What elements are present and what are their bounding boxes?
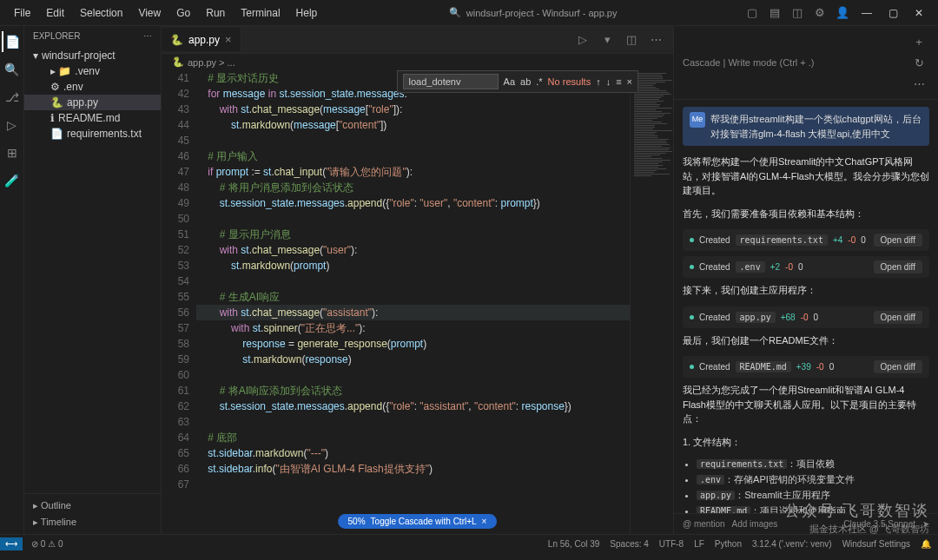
explorer-title: Explorer	[33, 31, 80, 41]
outline-section[interactable]: ▸ Outline	[24, 497, 161, 514]
toggle-cascade-pill[interactable]: 50% Toggle Cascade with Ctrl+L ×	[338, 514, 498, 529]
language[interactable]: Python	[715, 539, 742, 549]
more-actions-icon[interactable]: ⋯	[645, 30, 666, 50]
python-version[interactable]: 3.12.4 ('.venv': venv)	[752, 539, 832, 549]
menu-selection[interactable]: Selection	[73, 3, 129, 23]
close-find-icon[interactable]: ×	[627, 74, 632, 89]
timeline-section[interactable]: ▸ Timeline	[24, 514, 161, 530]
diff-row: Created README.md +39 -0 0Open diff	[683, 356, 929, 378]
more-icon[interactable]: ⋯	[143, 31, 152, 41]
remote-indicator[interactable]: ⟷	[0, 537, 23, 550]
find-bar: Aa ab .* No results ↑ ↓ ≡ ×	[397, 70, 638, 93]
problems-indicator[interactable]: ⊘ 0 ⚠ 0	[31, 539, 63, 549]
open-diff-button[interactable]: Open diff	[874, 360, 922, 373]
windsurf-settings[interactable]: Windsurf Settings	[842, 539, 910, 549]
file-env[interactable]: ⚙ .env	[24, 79, 161, 95]
menu-edit[interactable]: Edit	[39, 3, 71, 23]
search-act-icon[interactable]: 🔍	[2, 59, 23, 80]
diff-row: Created app.py +68 -0 0Open diff	[683, 306, 929, 328]
source-control-icon[interactable]: ⎇	[2, 87, 23, 108]
cascade-panel: Cascade | Write mode (Ctrl + .) +↻⋯ Me 帮…	[673, 26, 938, 534]
minimize-button[interactable]: —	[855, 3, 879, 23]
ai-step2: 接下来，我们创建主应用程序：	[683, 283, 929, 298]
next-match-icon[interactable]: ↓	[606, 74, 611, 89]
watermark: 公众号 飞哥数智谈 掘金技术社区 @ 飞哥数智坊	[784, 500, 929, 536]
ai-step1: 首先，我们需要准备项目依赖和基本结构：	[683, 207, 929, 221]
find-input[interactable]	[403, 74, 499, 89]
search-icon[interactable]: 🔍	[449, 7, 461, 18]
regex-icon[interactable]: .*	[536, 74, 542, 89]
file-readme[interactable]: ℹ README.md	[24, 110, 161, 126]
notifications-icon[interactable]: 🔔	[921, 539, 931, 549]
pill-close-icon[interactable]: ×	[482, 517, 487, 526]
code-content[interactable]: # 显示对话历史 for message in st.session_state…	[196, 70, 630, 534]
list-item: requirements.txt：项目依赖	[697, 458, 929, 471]
list-item: .env：存储API密钥的环境变量文件	[697, 473, 929, 486]
find-results: No results	[548, 74, 591, 89]
ai-done: 我已经为您完成了一个使用Streamlit和智谱AI GLM-4 Flash模型…	[683, 383, 929, 426]
file-requirements[interactable]: 📄 requirements.txt	[24, 126, 161, 142]
account-icon[interactable]: 👤	[832, 3, 853, 23]
cursor-position[interactable]: Ln 56, Col 39	[548, 539, 600, 549]
diff-row: Created requirements.txt +4 -0 0Open dif…	[683, 229, 929, 251]
minimap[interactable]	[630, 70, 673, 534]
tab-close-icon[interactable]: ×	[225, 33, 232, 46]
cascade-more-icon[interactable]: ⋯	[908, 73, 929, 94]
cascade-new-icon[interactable]: +	[908, 31, 929, 52]
tab-app[interactable]: 🐍 app.py ×	[162, 28, 241, 51]
word-icon[interactable]: ab	[520, 74, 531, 89]
cascade-body[interactable]: Me 帮我使用streamlit构建一个类似chatgpt网站，后台对接智谱清g…	[674, 100, 938, 513]
test-icon[interactable]: 🧪	[2, 170, 23, 191]
debug-icon[interactable]: ▷	[2, 115, 23, 135]
run-icon[interactable]: ▷	[572, 30, 593, 50]
window-title: windsurf-project - Windsurf - app.py	[466, 8, 618, 18]
editor-area: 🐍 app.py × ▷ ▾ ◫ ⋯ 🐍 app.py > ... Aa ab …	[162, 26, 673, 534]
extensions-icon[interactable]: ⊞	[2, 142, 23, 163]
file-app[interactable]: 🐍 app.py	[24, 95, 161, 110]
menu-terminal[interactable]: Terminal	[234, 3, 287, 23]
close-button[interactable]: ✕	[907, 3, 931, 23]
settings-icon[interactable]: ⚙	[809, 3, 830, 23]
split-icon[interactable]: ◫	[787, 3, 808, 23]
diff-row: Created .env +2 -0 0Open diff	[683, 256, 929, 278]
user-message-text: 帮我使用streamlit构建一个类似chatgpt网站，后台对接智谱清glm-…	[710, 112, 922, 141]
find-in-selection-icon[interactable]: ≡	[616, 74, 621, 89]
breadcrumb[interactable]: 🐍 app.py > ...	[162, 54, 673, 70]
menu-file[interactable]: File	[7, 3, 37, 23]
sidebar: Explorer⋯ ▾ windsurf-project ▸ 📁 .venv ⚙…	[24, 26, 162, 534]
indentation[interactable]: Spaces: 4	[610, 539, 648, 549]
explorer-icon[interactable]: 📄	[2, 31, 23, 52]
ai-step3: 最后，我们创建一个README文件：	[683, 333, 929, 348]
user-message: Me 帮我使用streamlit构建一个类似chatgpt网站，后台对接智谱清g…	[683, 107, 929, 146]
layout-icon[interactable]: ▢	[742, 3, 763, 23]
case-icon[interactable]: Aa	[504, 74, 515, 89]
menu: FileEditSelectionViewGoRunTerminalHelp	[7, 3, 324, 23]
open-diff-button[interactable]: Open diff	[874, 260, 922, 273]
ai-intro: 我将帮您构建一个使用Streamlit的中文ChatGPT风格网站，对接智谱AI…	[683, 155, 929, 198]
split-editor-icon[interactable]: ◫	[621, 30, 642, 50]
gutter: 4142434445464748495051525354555657585960…	[162, 70, 196, 534]
run-dropdown-icon[interactable]: ▾	[597, 30, 618, 50]
cascade-history-icon[interactable]: ↻	[908, 52, 929, 73]
open-diff-button[interactable]: Open diff	[874, 311, 922, 324]
menu-go[interactable]: Go	[169, 3, 197, 23]
mention-btn[interactable]: @ mention	[683, 519, 725, 529]
menu-help[interactable]: Help	[289, 3, 325, 23]
maximize-button[interactable]: ▢	[881, 3, 905, 23]
root-folder[interactable]: ▾ windsurf-project	[24, 48, 161, 63]
tabs: 🐍 app.py × ▷ ▾ ◫ ⋯	[162, 26, 673, 54]
prev-match-icon[interactable]: ↑	[596, 74, 601, 89]
activitybar: 📄 🔍 ⎇ ▷ ⊞ 🧪	[0, 26, 24, 534]
user-avatar-icon: Me	[690, 112, 705, 128]
panel-icon[interactable]: ▤	[764, 3, 785, 23]
eol[interactable]: LF	[694, 539, 704, 549]
folder-venv[interactable]: ▸ 📁 .venv	[24, 63, 161, 79]
open-diff-button[interactable]: Open diff	[874, 234, 922, 247]
statusbar: ⟷ ⊘ 0 ⚠ 0 Ln 56, Col 39 Spaces: 4 UTF-8 …	[0, 534, 938, 553]
editor[interactable]: Aa ab .* No results ↑ ↓ ≡ × 414243444546…	[162, 70, 673, 534]
add-images-btn[interactable]: Add images	[732, 519, 778, 529]
menu-view[interactable]: View	[131, 3, 168, 23]
cascade-title: Cascade | Write mode (Ctrl + .)	[683, 57, 815, 68]
menu-run[interactable]: Run	[199, 3, 232, 23]
encoding[interactable]: UTF-8	[659, 539, 684, 549]
